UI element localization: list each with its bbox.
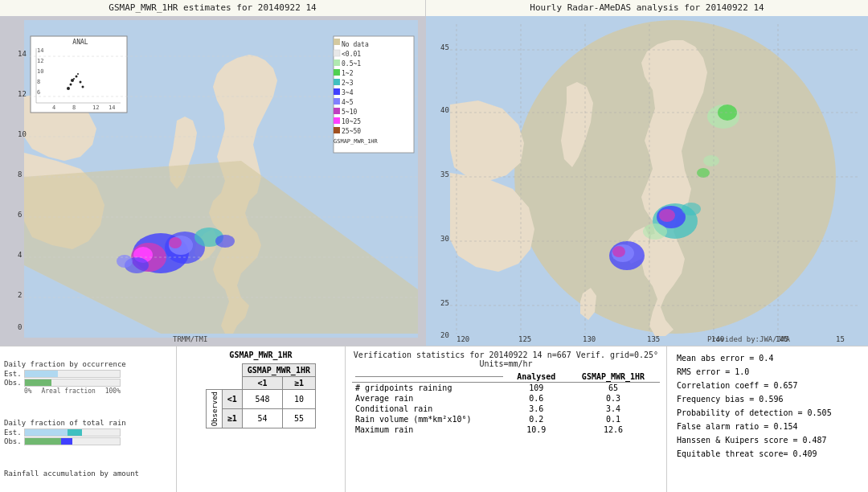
verif-title: Verification statistics for 20140922 14 …: [352, 351, 660, 368]
svg-text:10~25: 10~25: [342, 118, 361, 125]
bottom-row: Daily fraction by occurrence Est. Obs.: [0, 346, 868, 492]
svg-text:40: 40: [440, 106, 449, 114]
axis-end-1: 100%: [105, 387, 121, 395]
svg-text:ANAL: ANAL: [72, 39, 88, 46]
scores-panel: Mean abs error = 0.4RMS error = 1.0Corre…: [667, 346, 868, 492]
svg-text:35: 35: [440, 170, 449, 178]
score-item: Frequency bias = 0.596: [675, 393, 860, 405]
est-rain-fill: [25, 429, 68, 436]
svg-text:12: 12: [18, 90, 27, 98]
svg-point-18: [70, 84, 72, 86]
verification-panel: Verification statistics for 20140922 14 …: [346, 346, 667, 492]
scores-table: Mean abs error = 0.4RMS error = 1.0Corre…: [674, 351, 862, 461]
svg-text:120: 120: [457, 335, 469, 343]
left-map-panel: GSMAP_MWR_1HR estimates for 20140922 14: [0, 0, 426, 346]
svg-rect-68: [334, 117, 340, 124]
accumulation-section: Rainfall accumulation by amount: [4, 469, 172, 479]
obs-occurrence-fill: [25, 379, 51, 386]
svg-text:15: 15: [836, 335, 845, 343]
est-rain-track: [24, 428, 121, 437]
verif-row-label: Rain volume (mm*km²x10⁶): [352, 414, 506, 424]
verif-row-analysed: 10.9: [506, 424, 567, 435]
svg-point-84: [682, 203, 701, 215]
svg-text:8: 8: [72, 105, 76, 111]
verif-col-empty: [352, 371, 506, 383]
occurrence-title: Daily fraction by occurrence: [4, 360, 172, 368]
cont-cell-lt1-lt1: 548: [242, 390, 283, 409]
svg-text:45: 45: [440, 43, 449, 51]
verif-col-analysed: Analysed: [506, 371, 567, 383]
verif-row-gsmap: 3.4: [567, 404, 660, 414]
svg-rect-62: [334, 88, 340, 95]
cont-header-row: GSMAP_MWR_1HR: [207, 364, 316, 377]
occurrence-axis: 0% Areal fraction 100%: [24, 387, 121, 395]
svg-text:30: 30: [440, 235, 449, 243]
svg-rect-52: [334, 39, 340, 45]
cont-empty2: [222, 364, 242, 377]
contingency-title: GSMAP_MWR_1HR: [181, 351, 341, 359]
svg-point-12: [117, 255, 133, 268]
right-map-svg: 45 40 35 30 25 20 120 125 130 135 140 14…: [426, 16, 868, 346]
cont-empty3: [207, 377, 223, 390]
cont-gsmap-header: GSMAP_MWR_1HR: [242, 364, 315, 377]
svg-text:TRMM/TMI: TRMM/TMI: [173, 335, 207, 343]
svg-text:25~50: 25~50: [342, 128, 361, 135]
svg-point-17: [80, 81, 82, 84]
svg-rect-13: [31, 36, 127, 113]
left-map-svg: ANAL 14 12 10 8 6 4 8 12: [0, 16, 426, 346]
verif-row-analysed: 0.2: [506, 414, 567, 424]
svg-text:Provided by:JWA/JMA: Provided by:JWA/JMA: [707, 335, 791, 343]
verif-row: Conditional rain 3.6 3.4: [352, 404, 660, 414]
svg-point-16: [76, 76, 78, 78]
svg-point-22: [82, 86, 84, 88]
occurrence-bars: Est. Obs. 0% Areal fraction: [4, 370, 172, 395]
svg-text:<0.01: <0.01: [342, 51, 361, 58]
svg-text:125: 125: [518, 335, 531, 343]
verif-row-gsmap: 12.6: [567, 424, 660, 435]
svg-rect-64: [334, 98, 340, 105]
svg-text:10: 10: [18, 130, 27, 138]
verif-header-row: Analysed GSMAP_MWR_1HR: [352, 371, 660, 383]
cont-cell-lt1-ge1: 10: [283, 390, 316, 409]
svg-text:1~2: 1~2: [342, 70, 354, 77]
svg-text:14: 14: [37, 47, 43, 54]
svg-text:12: 12: [37, 58, 43, 64]
svg-text:6: 6: [18, 211, 22, 219]
obs-occurrence-bar-row: Obs.: [4, 379, 172, 387]
svg-text:2~3: 2~3: [342, 80, 354, 87]
verif-row-gsmap: 65: [567, 383, 660, 394]
svg-rect-56: [334, 59, 340, 66]
cont-col-lt1-header: <1: [242, 377, 283, 390]
score-row: Equitable threat score= 0.409: [675, 448, 860, 460]
svg-point-79: [659, 209, 675, 222]
score-row: Hanssen & Kuipers score = 0.487: [675, 434, 860, 446]
score-row: RMS error = 1.0: [675, 366, 860, 378]
svg-rect-58: [334, 69, 340, 76]
svg-point-21: [67, 87, 70, 90]
svg-point-10: [215, 235, 235, 248]
verif-row: Rain volume (mm*km²x10⁶) 0.2 0.1: [352, 414, 660, 424]
top-row: GSMAP_MWR_1HR estimates for 20140922 14: [0, 0, 868, 346]
verif-row-gsmap: 0.3: [567, 393, 660, 404]
svg-text:0: 0: [18, 323, 22, 331]
est-rain-bar-row: Est.: [4, 428, 172, 437]
svg-text:4~5: 4~5: [342, 99, 354, 106]
verif-row: Average rain 0.6 0.3: [352, 393, 660, 404]
accumulation-title: Rainfall accumulation by amount: [4, 469, 172, 478]
svg-rect-66: [334, 108, 340, 114]
score-item: Hanssen & Kuipers score = 0.487: [675, 434, 860, 446]
svg-point-83: [643, 223, 667, 240]
cont-cell-ge1-lt1: 54: [242, 409, 283, 428]
cont-col-ge1-header: ≥1: [283, 377, 316, 390]
verif-row-label: # gridpoints raining: [352, 383, 506, 394]
svg-text:3~4: 3~4: [342, 89, 354, 96]
est-label-2: Est.: [4, 428, 24, 437]
score-row: Mean abs error = 0.4: [675, 352, 860, 364]
contingency-table: GSMAP_MWR_1HR <1 ≥1 Observed <1 548 10 ≥…: [206, 363, 316, 428]
left-map-title: GSMAP_MWR_1HR estimates for 20140922 14: [0, 0, 425, 15]
right-map-panel: Hourly Radar-AMeDAS analysis for 2014092…: [426, 0, 868, 346]
axis-label-1: Areal fraction: [41, 387, 95, 395]
svg-text:5~10: 5~10: [342, 109, 357, 116]
cont-row1: Observed <1 548 10: [207, 390, 316, 409]
svg-text:4: 4: [18, 251, 22, 259]
